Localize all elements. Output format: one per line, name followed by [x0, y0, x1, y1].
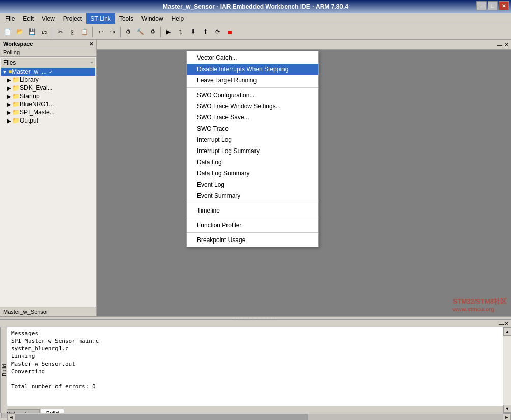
sep4 — [160, 27, 161, 37]
toolbar-open[interactable]: 📂 — [14, 26, 25, 38]
files-label: Files — [3, 59, 16, 66]
messages-header: Messages — [11, 329, 499, 337]
content-minimize-icon[interactable]: — — [497, 42, 502, 48]
tree-options-icon[interactable]: ≡ — [90, 60, 93, 66]
menu-project[interactable]: Project — [59, 13, 86, 24]
maximize-button[interactable]: □ — [488, 1, 498, 10]
polling-label: Polling — [3, 49, 20, 55]
scroll-up-btn[interactable]: ▲ — [503, 327, 511, 336]
toolbar-reset[interactable]: ⟳ — [212, 26, 223, 38]
menu-swo-trace-settings[interactable]: SWO Trace Window Settings... — [187, 101, 318, 112]
close-button[interactable]: ✕ — [499, 1, 509, 10]
menu-breakpoint-usage[interactable]: Breakpoint Usage — [187, 234, 318, 246]
menu-help[interactable]: Help — [167, 13, 188, 24]
toolbar-compile[interactable]: ⚙ — [123, 26, 134, 38]
expand-icon: ▼ — [2, 69, 7, 75]
tree-item-sdk[interactable]: ▶ 📁 SDK_Eval... — [1, 84, 95, 92]
expand-icon-bluenrg: ▶ — [7, 102, 11, 107]
bottom-panel-header: — ✕ — [0, 320, 511, 327]
sidebar-tab: Polling — [0, 48, 96, 57]
menu-vector-catch[interactable]: Vector Catch... — [187, 52, 318, 64]
title-bar-controls: − □ ✕ — [476, 1, 509, 10]
menu-leave-target[interactable]: Leave Target Running — [187, 75, 318, 86]
menu-swo-config[interactable]: SWO Configuration... — [187, 89, 318, 101]
toolbar-build[interactable]: 🔨 — [135, 26, 146, 38]
log-line-blank — [11, 375, 499, 383]
sep-4 — [187, 232, 318, 233]
scroll-down-btn[interactable]: ▼ — [503, 405, 511, 413]
toolbar-cut[interactable]: ✂ — [54, 26, 66, 38]
toolbar-redo[interactable]: ↪ — [107, 26, 118, 38]
menu-timeline[interactable]: Timeline — [187, 205, 318, 216]
scroll-track[interactable] — [503, 336, 511, 405]
log-line-5: Converting — [11, 368, 499, 375]
toolbar-save[interactable]: 💾 — [26, 26, 38, 38]
toolbar-new[interactable]: 📄 — [2, 26, 13, 38]
menu-tools[interactable]: Tools — [115, 13, 137, 24]
tree-item-master[interactable]: ▼ ■ Master_w_... ✓ — [1, 68, 95, 76]
tree-item-label-startup: Startup — [20, 93, 40, 100]
menu-window[interactable]: Window — [137, 13, 167, 24]
content-area: — ✕ Vector Catch... Disable Interrupts W… — [97, 40, 511, 316]
scroll-right-btn[interactable]: ► — [503, 413, 511, 421]
watermark-line2: www.stmcu.org — [453, 306, 507, 312]
menu-stlink[interactable]: ST-Link — [86, 13, 115, 24]
menu-swo-trace[interactable]: SWO Trace — [187, 123, 318, 134]
toolbar-debug[interactable]: ▶ — [163, 26, 174, 38]
bottom-scrollbar[interactable]: ▲ ▼ — [503, 327, 511, 413]
horizontal-scrollbar[interactable]: ◄ ► — [7, 413, 511, 420]
menu-interrupt-log-summary[interactable]: Interrupt Log Summary — [187, 145, 318, 157]
dropdown-menu: Vector Catch... Disable Interrupts When … — [186, 51, 319, 247]
expand-icon-startup: ▶ — [7, 94, 11, 99]
toolbar-save-all[interactable]: 🗂 — [39, 26, 50, 38]
toolbar-step-over[interactable]: ⤵ — [175, 26, 186, 38]
tree-item-library[interactable]: ▶ 📁 Library — [1, 76, 95, 84]
title-text: Master_w_Sensor - IAR Embedded Workbench… — [163, 3, 348, 10]
sidebar-bottom-label: Master_w_Sensor — [3, 309, 48, 315]
watermark-line1: STM32/STM8社区 — [453, 297, 507, 306]
menu-event-summary[interactable]: Event Summary — [187, 190, 318, 201]
bottom-minimize-icon[interactable]: — — [499, 321, 504, 327]
h-scroll-track[interactable] — [15, 414, 503, 421]
log-line-2: system_bluenrg1.c — [11, 345, 499, 352]
menu-data-log[interactable]: Data Log — [187, 157, 318, 168]
toolbar-step-into[interactable]: ⬇ — [187, 26, 198, 38]
menu-swo-trace-save[interactable]: SWO Trace Save... — [187, 112, 318, 123]
expand-icon-lib: ▶ — [7, 77, 11, 83]
menu-view[interactable]: View — [38, 13, 59, 24]
menu-event-log[interactable]: Event Log — [187, 179, 318, 190]
main-area: Workspace ✕ Polling Files ≡ ▼ ■ Master_w… — [0, 40, 511, 316]
folder-icon-sdk: 📁 — [12, 84, 20, 92]
sidebar-close-icon[interactable]: ✕ — [89, 41, 93, 47]
sidebar-bottom-tab[interactable]: Master_w_Sensor — [0, 307, 96, 316]
menu-disable-interrupts[interactable]: Disable Interrupts When Stepping — [187, 64, 318, 75]
sidebar-header: Workspace ✕ — [0, 40, 96, 48]
toolbar-copy[interactable]: ⎘ — [67, 26, 78, 38]
log-line-3: Linking — [11, 352, 499, 360]
folder-icon-spi: 📁 — [12, 109, 20, 116]
menu-data-log-summary[interactable]: Data Log Summary — [187, 168, 318, 179]
tree-item-output[interactable]: ▶ 📁 Output — [1, 116, 95, 125]
toolbar-step-out[interactable]: ⬆ — [200, 26, 211, 38]
workspace-label: Workspace — [3, 41, 33, 47]
log-line-errors: Total number of errors: 0 — [11, 383, 499, 391]
toolbar-undo[interactable]: ↩ — [95, 26, 106, 38]
menu-file[interactable]: File — [1, 13, 19, 24]
bottom-close-icon[interactable]: ✕ — [504, 320, 509, 327]
scroll-left-btn[interactable]: ◄ — [7, 413, 15, 421]
menu-function-profiler[interactable]: Function Profiler — [187, 220, 318, 231]
menu-interrupt-log[interactable]: Interrupt Log — [187, 134, 318, 145]
content-close-icon[interactable]: ✕ — [504, 41, 509, 48]
menu-edit[interactable]: Edit — [19, 13, 38, 24]
toolbar-rebuild[interactable]: ♻ — [147, 26, 158, 38]
toolbar-stop[interactable]: ⏹ — [224, 26, 235, 38]
toolbar-paste[interactable]: 📋 — [79, 26, 90, 38]
minimize-button[interactable]: − — [476, 1, 487, 10]
tree-item-spi[interactable]: ▶ 📁 SPI_Maste... — [1, 108, 95, 116]
title-bar: Master_w_Sensor - IAR Embedded Workbench… — [0, 0, 511, 13]
tree-item-startup[interactable]: ▶ 📁 Startup — [1, 92, 95, 100]
h-scroll-thumb[interactable] — [15, 414, 308, 421]
tree-item-bluenrg[interactable]: ▶ 📁 BlueNRG1... — [1, 100, 95, 108]
sep-2 — [187, 203, 318, 203]
build-side-label[interactable]: Build — [0, 327, 7, 413]
